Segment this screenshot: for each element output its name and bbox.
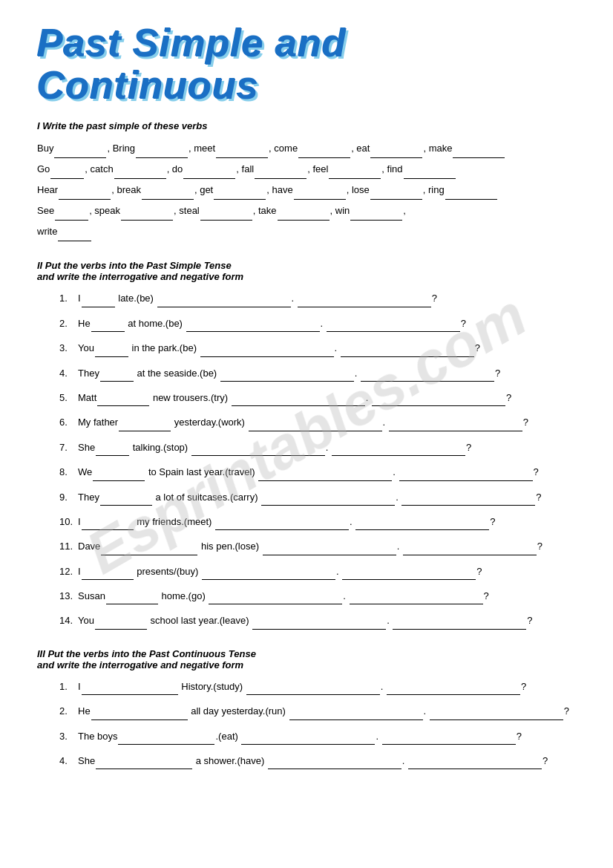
blank [278,210,330,221]
item-number: 14. [59,612,78,629]
exercise-item: 10. I my friends.(meet) . ? [59,513,576,530]
exercise-item: 1. I late.(be) . ? [59,290,576,307]
item-number: 3. [59,728,78,745]
item-number: 10. [59,513,78,530]
blank [97,396,149,406]
exercise-item: 14. You school last year.(leave) . ? [59,612,576,629]
blank [401,495,535,506]
section-3: III Put the verbs into the Past Continuo… [37,648,576,770]
exercise-item: 6. My father yesterday.(work) . ? [59,414,576,431]
blank [214,189,266,200]
section-3-items: 1. I History.(study) . ? 2. He all day y… [59,678,576,770]
blank [82,685,178,695]
item-number: 13. [59,587,78,604]
exercise-item: 13. Susan home.(go) . ? [59,587,576,604]
blank [387,685,520,695]
item-number: 7. [59,439,78,456]
item-content: The boys.(eat) . ? [78,728,576,745]
item-content: Matt new trousers.(try) . ? [78,389,576,406]
blank [200,347,334,357]
item-content: I History.(study) . ? [78,678,576,695]
item-number: 11. [59,538,78,555]
blank [327,322,460,332]
blank [403,545,537,555]
item-content: They at the seaside.(be) . ? [78,365,576,382]
blank [191,446,325,456]
exercise-item: 8. We to Spain last year.(travel) . ? [59,463,576,480]
blank [393,619,526,630]
blank [342,570,476,580]
blank [350,210,402,221]
blank [55,210,88,221]
blank [361,371,494,382]
blank [114,169,166,179]
blank [258,471,392,481]
verb-row-5: write [37,222,576,241]
blank [96,446,129,456]
verb-row-3: Hear, break, get, have, lose, ring [37,180,576,200]
item-content: We to Spain last year.(travel) . ? [78,463,576,480]
blank [329,169,381,179]
blank [263,545,396,555]
exercise-item: 12. I presents/(buy) . ? [59,563,576,580]
item-content: I presents/(buy) . ? [78,563,576,580]
item-number: 4. [59,752,78,769]
blank [370,189,422,200]
blank [82,297,115,307]
item-content: I my friends.(meet) . ? [78,513,576,530]
blank [186,322,320,332]
item-content: He all day yesterday.(run) . ? [78,702,576,719]
blank [399,471,533,481]
item-content: Dave his pen.(lose) . ? [78,538,576,555]
blank [294,189,346,200]
blank [249,421,382,431]
blank [232,396,365,406]
blank [298,297,431,307]
exercise-item: 4. They at the seaside.(be) . ? [59,365,576,382]
exercise-item: 1. I History.(study) . ? [59,678,576,695]
blank [209,594,342,604]
exercise-item: 2. He all day yesterday.(run) . ? [59,702,576,719]
verb-row-4: See, speak, steal, take, win, [37,201,576,221]
item-content: She a shower.(have) . ? [78,752,576,769]
blank [100,371,134,382]
item-content: He at home.(be) . ? [78,315,576,332]
item-number: 12. [59,563,78,580]
item-content: They a lot of suitcases.(carry) . ? [78,489,576,506]
item-content: You in the park.(be) . ? [78,339,576,356]
blank [95,347,128,357]
blank [289,710,423,720]
item-content: You school last year.(leave) . ? [78,612,576,629]
blank [91,322,125,332]
section-1: I Write the past simple of these verbs B… [37,120,576,241]
blank [220,371,354,382]
section-3-title: III Put the verbs into the Past Continuo… [37,648,576,670]
blank [241,734,375,745]
blank [58,231,91,241]
blank [59,189,111,200]
verb-list: Buy, Bring, meet, come, eat, make Go, ca… [37,139,576,241]
blank [453,148,505,158]
item-number: 5. [59,389,78,406]
blank [382,734,516,745]
blank [261,495,395,506]
blank [119,421,171,431]
blank [82,520,134,530]
blank [54,148,106,158]
blank [82,570,134,580]
blank [370,148,422,158]
section-1-title: I Write the past simple of these verbs [37,120,576,131]
blank [216,148,268,158]
blank [200,210,252,221]
blank [430,710,563,720]
item-number: 3. [59,339,78,356]
verb-row-2: Go, catch, do, fall, feel, find [37,160,576,179]
blank [101,545,197,555]
item-number: 6. [59,414,78,431]
item-content: I late.(be) . ? [78,290,576,307]
item-number: 2. [59,315,78,332]
blank [408,759,542,769]
exercise-item: 5. Matt new trousers.(try) . ? [59,389,576,406]
exercise-item: 9. They a lot of suitcases.(carry) . ? [59,489,576,506]
blank [404,169,456,179]
